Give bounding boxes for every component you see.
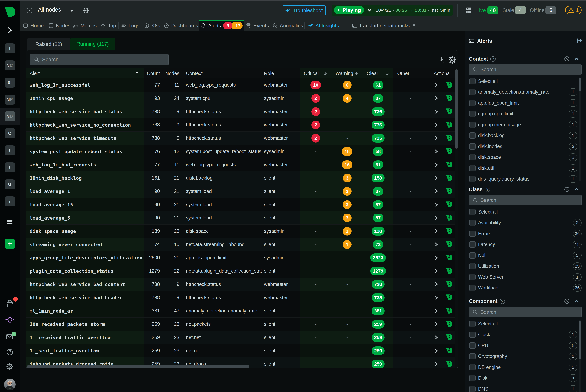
expand-row-button[interactable] [434, 348, 439, 353]
filter-item[interactable]: Web Server1 [469, 272, 582, 282]
space-alerts-pill[interactable]: 1 [565, 6, 582, 14]
checkbox[interactable] [469, 353, 476, 360]
expand-row-button[interactable] [434, 109, 439, 114]
col-header-critical[interactable]: Critical [300, 68, 332, 78]
checkbox[interactable] [469, 122, 476, 128]
filter-item[interactable]: disk.space3 [469, 152, 582, 163]
room-settings-icon[interactable] [83, 7, 89, 14]
filter-item[interactable]: Errors36 [469, 228, 582, 239]
expand-row-button[interactable] [434, 242, 439, 247]
cell-alert-name[interactable]: httpcheck_web_service_no_connection [26, 118, 144, 132]
filter-item[interactable]: Availability2 [469, 218, 582, 228]
troubleshoot-button[interactable]: Troubleshoot [282, 6, 326, 15]
stale-nodes-count[interactable]: 4 [515, 6, 526, 14]
cell-alert-name[interactable]: web_log_1m_successful [26, 78, 144, 92]
add-workspace-button[interactable] [0, 238, 19, 249]
filter-select-all[interactable]: Select all [469, 206, 582, 217]
netdata-action-button[interactable] [446, 122, 453, 128]
nav-item-dashboards[interactable]: Dashboards [162, 20, 199, 31]
filter-item[interactable]: disk.util1 [469, 163, 582, 174]
expand-row-button[interactable] [434, 335, 439, 340]
checkbox[interactable] [469, 111, 476, 117]
expand-row-button[interactable] [434, 176, 439, 180]
checkbox[interactable] [469, 241, 476, 248]
workspace-item-np3[interactable]: NP [0, 94, 19, 104]
nav-item-logs[interactable]: Logs [118, 20, 142, 31]
filter-search-class[interactable]: Search [469, 195, 582, 206]
netdata-action-button[interactable] [446, 174, 453, 182]
checkbox[interactable] [469, 220, 476, 226]
checkbox[interactable] [469, 143, 476, 150]
expand-row-button[interactable] [434, 322, 439, 326]
expand-row-button[interactable] [434, 269, 439, 273]
cell-alert-name[interactable]: plugin_data_collection_status [26, 264, 144, 278]
expand-row-button[interactable] [434, 122, 439, 127]
table-vertical-scrollbar-thumb[interactable] [455, 69, 458, 149]
netdata-action-button[interactable] [446, 148, 453, 155]
netdata-action-button[interactable] [446, 95, 453, 102]
cell-alert-name[interactable]: disk_space_usage [26, 224, 144, 238]
filter-search-component[interactable]: Search [469, 307, 582, 317]
filter-item[interactable]: Disk4 [469, 373, 582, 384]
cell-alert-name[interactable]: 10min_disk_backlog [26, 172, 144, 184]
filter-item[interactable]: app.fds_open_limit1 [469, 98, 582, 108]
col-header-role[interactable]: Role [262, 68, 300, 78]
col-header-context[interactable]: Context [182, 68, 262, 78]
expand-row-button[interactable] [434, 136, 439, 140]
expand-row-button[interactable] [434, 149, 439, 154]
room-caret-icon[interactable] [70, 8, 74, 13]
nav-item-anomalies[interactable]: Anomalies [271, 20, 304, 31]
col-header-count[interactable]: Count [144, 68, 162, 78]
workspace-item-c5[interactable]: C [0, 128, 19, 138]
checkbox[interactable] [469, 165, 476, 171]
checkbox[interactable] [469, 364, 476, 370]
filter-item[interactable]: cgroup.mem_usage1 [469, 119, 582, 130]
live-nodes-count[interactable]: 48 [488, 6, 498, 14]
checkbox[interactable] [469, 375, 476, 381]
nav-item-nodes[interactable]: Nodes [47, 20, 72, 31]
nav-item-home[interactable]: Home [19, 20, 47, 31]
cell-alert-name[interactable]: httpcheck_web_service_timeouts [26, 132, 144, 145]
cell-alert-name[interactable]: 10s_received_packets_storm [26, 318, 144, 331]
filter-exclude-icon[interactable] [564, 56, 570, 62]
cell-alert-name[interactable]: 1m_received_traffic_overflow [26, 331, 144, 344]
col-header-alert[interactable]: Alert [26, 68, 144, 78]
filter-item[interactable]: Clock1 [469, 329, 582, 340]
cell-alert-name[interactable]: system_post_update_reboot_status [26, 145, 144, 158]
tab-running[interactable]: Running (117) [70, 38, 115, 50]
download-csv-button[interactable] [438, 56, 445, 64]
expand-row-button[interactable] [434, 229, 439, 234]
checkbox[interactable] [469, 100, 476, 106]
table-horizontal-scrollbar[interactable] [27, 365, 455, 368]
filter-item[interactable]: Cryptography1 [469, 351, 582, 362]
netdata-action-button[interactable] [446, 268, 453, 274]
workspace-item-i9[interactable]: i [0, 196, 19, 206]
filter-item[interactable]: Null5 [469, 250, 582, 261]
checkbox[interactable] [469, 321, 476, 327]
checkbox[interactable] [469, 230, 476, 237]
filter-item[interactable]: Utilization29 [469, 261, 582, 272]
room-title[interactable]: All nodes [38, 6, 61, 13]
expand-row-button[interactable] [434, 216, 439, 220]
col-header-clear[interactable]: Clear [363, 68, 393, 78]
netdata-action-button[interactable] [446, 308, 453, 314]
filter-list-scrollbar-thumb[interactable] [579, 78, 581, 92]
netdata-action-button[interactable] [446, 347, 453, 354]
checkbox[interactable] [469, 78, 476, 84]
room-scope-icon[interactable] [26, 7, 33, 14]
cell-alert-name[interactable]: httpcheck_web_service_bad_status [26, 105, 144, 118]
netdata-action-button[interactable] [446, 135, 453, 142]
filter-item[interactable]: Latency18 [469, 239, 582, 250]
filter-select-all[interactable]: Select all [469, 318, 582, 329]
time-caret-icon[interactable] [367, 8, 372, 12]
netdata-action-button[interactable] [446, 321, 453, 328]
workspace-item-u8[interactable]: U [0, 180, 19, 190]
netdata-action-button[interactable] [446, 214, 453, 221]
feedback-button[interactable] [0, 331, 19, 342]
live-nodes-label[interactable]: Live [476, 7, 486, 13]
help-button[interactable] [0, 347, 19, 357]
checkbox[interactable] [469, 176, 476, 182]
netdata-action-button[interactable] [446, 188, 453, 195]
workspace-item-nc1[interactable]: NC [0, 60, 19, 70]
netdata-action-button[interactable] [446, 82, 453, 88]
